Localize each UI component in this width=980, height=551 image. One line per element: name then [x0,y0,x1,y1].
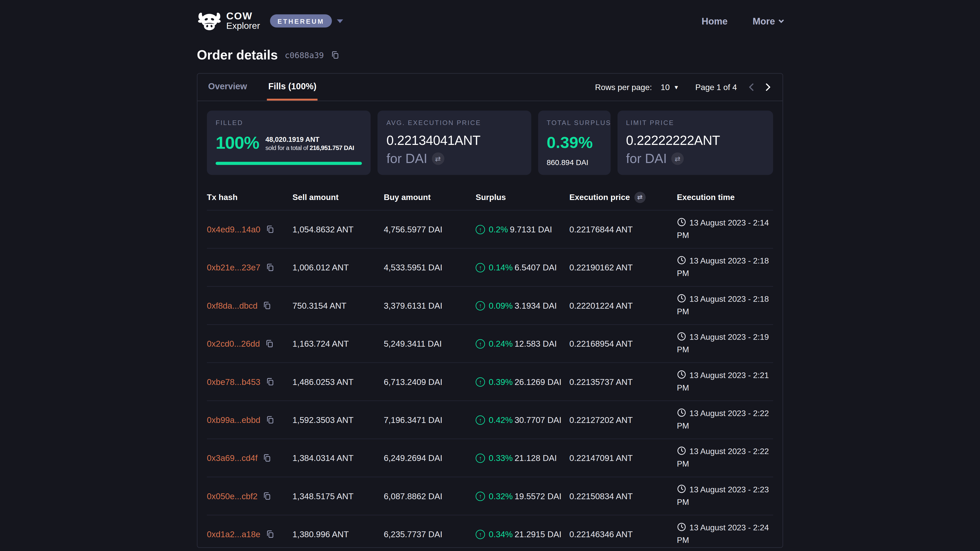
tx-hash-link[interactable]: 0xf8da...dbcd [207,301,258,310]
tx-hash-link[interactable]: 0x050e...cbf2 [207,491,258,501]
fills-table: Tx hash Sell amount Buy amount Surplus E… [197,184,783,551]
execution-time-cell: 13 August 2023 - 2:21 PM [677,369,773,394]
execution-time: 13 August 2023 - 2:23 PM [677,485,769,507]
invert-price-icon[interactable]: ⇄ [634,192,646,203]
header-execution-price-label: Execution price [570,192,630,202]
buy-amount-cell: 6,235.7737 DAI [384,530,476,539]
table-header-row: Tx hash Sell amount Buy amount Surplus E… [207,184,773,210]
order-panel: Overview Fills (100%) Rows per page: 10 … [197,73,783,548]
execution-time-cell: 13 August 2023 - 2:19 PM [677,331,773,356]
limit-price-value: 0.22222222ANT [626,133,764,148]
nav-more-label: More [752,16,775,26]
app-viewport: COW Explorer ETHEREUM Home More Order de… [0,0,980,551]
surplus-percent: 0.24% [489,339,513,348]
clock-icon [677,332,686,341]
surplus-amount: 9.7131 DAI [510,224,552,234]
copy-icon[interactable] [262,301,271,310]
copy-icon[interactable] [266,225,274,233]
avg-price-quote: for DAI ⇄ [387,151,522,166]
tx-hash-link[interactable]: 0xb99a...ebbd [207,415,261,424]
copy-icon[interactable] [265,339,274,348]
table-row: 0xf8da...dbcd 750.3154 ANT 3,379.6131 DA… [207,287,773,325]
page-title: Order details [197,48,278,62]
buy-amount-cell: 6,087.8862 DAI [384,491,476,501]
tx-hash-cell: 0x050e...cbf2 [207,491,293,501]
execution-time-cell: 13 August 2023 - 2:24 PM [677,522,773,547]
copy-icon[interactable] [266,263,274,272]
total-surplus-amount: 860.894 DAI [547,158,602,167]
tab-overview-label: Overview [208,81,247,91]
filled-sub: sold for a total of 216,951.757 DAI [266,144,354,151]
brand-logo[interactable]: COW Explorer [197,11,260,30]
surplus-amount: 21.2915 DAI [514,530,562,539]
surplus-cell: ↑ 0.2% 9.7131 DAI [476,224,570,234]
header-execution-time: Execution time [677,192,773,202]
avg-execution-price-card: AVG. EXECUTION PRICE 0.22134041ANT for D… [378,110,531,175]
buy-amount-cell: 7,196.3471 DAI [384,415,476,424]
execution-price-cell: 0.22168954 ANT [570,339,677,348]
sell-amount-cell: 1,163.724 ANT [293,339,384,348]
copy-icon[interactable] [262,492,271,500]
chevron-left-icon [749,83,756,91]
execution-time: 13 August 2023 - 2:19 PM [677,332,769,354]
prev-page-button[interactable] [746,80,759,94]
tx-hash-link[interactable]: 0x4ed9...14a0 [207,224,261,234]
nav-home[interactable]: Home [702,16,728,26]
tab-fills[interactable]: Fills (100%) [267,74,318,100]
swap-icon[interactable]: ⇄ [431,152,444,165]
surplus-cell: ↑ 0.32% 19.5572 DAI [476,491,570,501]
tx-hash-cell: 0xf8da...dbcd [207,301,293,310]
tx-hash-cell: 0xd1a2...a18e [207,530,293,539]
tx-hash-link[interactable]: 0x2cd0...26dd [207,339,260,348]
tab-overview[interactable]: Overview [207,74,248,100]
header-tx-hash: Tx hash [207,192,293,202]
surplus-cell: ↑ 0.14% 6.5407 DAI [476,263,570,272]
execution-time-cell: 13 August 2023 - 2:23 PM [677,483,773,509]
buy-amount-cell: 3,379.6131 DAI [384,301,476,310]
copy-icon[interactable] [262,454,271,462]
tx-hash-link[interactable]: 0xbe78...b453 [207,377,261,386]
sell-amount-cell: 1,006.012 ANT [293,263,384,272]
rows-per-page-select[interactable]: 10 ▼ [661,83,679,92]
copy-icon[interactable] [266,530,274,538]
execution-time-cell: 13 August 2023 - 2:22 PM [677,407,773,432]
title-row: Order details c0688a39 [197,48,783,62]
limit-price-quote-label: for DAI [626,151,667,166]
cow-icon [197,11,222,30]
next-page-button[interactable] [759,80,773,94]
header-surplus: Surplus [476,192,570,202]
network-badge[interactable]: ETHEREUM [270,14,332,27]
execution-price-cell: 0.22146346 ANT [570,530,677,539]
limit-price-label: LIMIT PRICE [626,119,764,126]
filled-sub-prefix: sold for a total of [266,144,308,151]
clock-icon [677,446,686,455]
sell-amount-cell: 1,054.8632 ANT [293,224,384,234]
nav-more[interactable]: More [752,16,783,26]
filled-amount: 48,020.1919 ANT [266,135,354,143]
copy-icon[interactable] [266,416,274,424]
total-surplus-percent: 0.39% [547,133,602,152]
tab-fills-label: Fills (100%) [268,81,317,91]
tx-hash-cell: 0xbe78...b453 [207,377,293,386]
surplus-up-icon: ↑ [476,453,485,463]
execution-time-cell: 13 August 2023 - 2:18 PM [677,293,773,318]
main-nav: Home More [702,16,783,26]
header-buy-amount: Buy amount [384,192,476,202]
swap-icon[interactable]: ⇄ [671,152,684,165]
copy-icon[interactable] [331,51,339,59]
surplus-up-icon: ↑ [476,301,485,310]
execution-price-cell: 0.22127202 ANT [570,415,677,424]
tx-hash-link[interactable]: 0xb21e...23e7 [207,263,261,272]
tx-hash-link[interactable]: 0x3a69...cd4f [207,453,258,463]
surplus-amount: 12.583 DAI [514,339,557,348]
surplus-up-icon: ↑ [476,339,485,348]
copy-icon[interactable] [266,377,274,386]
network-dropdown-icon[interactable] [337,19,343,23]
surplus-cell: ↑ 0.24% 12.583 DAI [476,339,570,348]
table-row: 0x2cd0...26dd 1,163.724 ANT 5,249.3411 D… [207,325,773,363]
tx-hash-link[interactable]: 0xd1a2...a18e [207,530,261,539]
order-id: c0688a39 [285,50,324,60]
table-row: 0xb21e...23e7 1,006.012 ANT 4,533.5951 D… [207,249,773,287]
surplus-percent: 0.39% [489,377,513,386]
rows-per-page-dropdown-icon: ▼ [673,84,679,90]
